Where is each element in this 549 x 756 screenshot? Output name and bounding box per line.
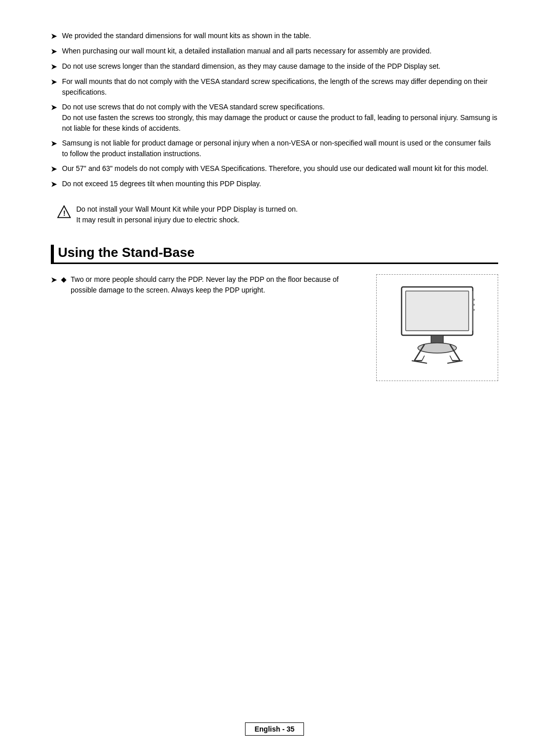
section-text-block: ➤ ◆ Two or more people should carry the … — [51, 274, 366, 300]
list-item: ➤ Do not use screws longer than the stan… — [51, 61, 498, 72]
bullet-arrow-icon: ➤ — [51, 77, 57, 88]
bullet-arrow-icon: ➤ — [51, 179, 57, 190]
footer: English - 35 — [0, 722, 549, 736]
bullet-arrow-icon: ➤ — [51, 102, 57, 113]
svg-rect-3 — [406, 291, 469, 331]
warning-box: ! Do not install your Wall Mount Kit whi… — [51, 200, 498, 229]
pdp-stand-svg — [386, 282, 488, 373]
list-item: ➤ Samsung is not liable for product dama… — [51, 138, 498, 159]
bullet-arrow-icon: ➤ — [51, 138, 57, 149]
svg-point-17 — [473, 309, 475, 311]
bullet-text-line1: Do not use screws that do not comply wit… — [62, 103, 325, 111]
svg-point-15 — [473, 299, 475, 301]
list-item: ➤ Do not exceed 15 degrees tilt when mou… — [51, 179, 498, 190]
bullet-arrow-icon: ➤ — [51, 62, 57, 72]
bullet-text-line2: Do not use fasten the screws too strongl… — [62, 113, 497, 132]
bullet-list: ➤ We provided the standard dimensions fo… — [51, 31, 498, 190]
footer-page-label: English - 35 — [245, 722, 304, 736]
bullet-text: Samsung is not liable for product damage… — [62, 138, 498, 159]
warning-icon: ! — [57, 205, 71, 219]
section-diamond-icon: ◆ — [61, 274, 67, 285]
list-item: ➤ Do not use screws that do not comply w… — [51, 102, 498, 134]
svg-text:!: ! — [63, 209, 66, 217]
bullet-text: Our 57" and 63" models do not comply wit… — [62, 163, 498, 174]
warning-line2: It may result in personal injury due to … — [76, 215, 492, 225]
bullet-arrow-icon: ➤ — [51, 31, 57, 42]
bullet-text: For wall mounts that do not comply with … — [62, 76, 498, 98]
bullet-arrow-icon: ➤ — [51, 164, 57, 175]
list-item: ➤ Our 57" and 63" models do not comply w… — [51, 163, 498, 175]
page-container: ➤ We provided the standard dimensions fo… — [0, 0, 549, 756]
svg-line-8 — [422, 356, 424, 361]
warning-line1: Do not install your Wall Mount Kit while… — [76, 204, 492, 215]
bullet-text: When purchasing our wall mount kit, a de… — [62, 46, 498, 56]
list-item: ➤ We provided the standard dimensions fo… — [51, 31, 498, 42]
warning-text: Do not install your Wall Mount Kit while… — [76, 204, 492, 225]
section-bullet-item: ➤ ◆ Two or more people should carry the … — [51, 274, 366, 296]
bullet-arrow-icon: ➤ — [51, 46, 57, 57]
bullet-text: Do not exceed 15 degrees tilt when mount… — [62, 179, 498, 189]
section-title: Using the Stand-Base — [51, 245, 498, 264]
bullet-text: Do not use screws that do not comply wit… — [62, 102, 498, 134]
svg-line-11 — [450, 356, 452, 361]
svg-point-5 — [418, 343, 456, 353]
svg-point-16 — [473, 304, 475, 306]
section-bullet-arrow-icon: ➤ — [51, 275, 57, 285]
bullet-text: We provided the standard dimensions for … — [62, 31, 498, 41]
pdp-stand-image — [376, 274, 498, 381]
list-item: ➤ When purchasing our wall mount kit, a … — [51, 46, 498, 57]
list-item: ➤ For wall mounts that do not comply wit… — [51, 76, 498, 98]
section-bullet-text: Two or more people should carry the PDP.… — [71, 274, 366, 296]
section-content: ➤ ◆ Two or more people should carry the … — [51, 274, 498, 381]
bullet-text: Do not use screws longer than the standa… — [62, 61, 498, 72]
